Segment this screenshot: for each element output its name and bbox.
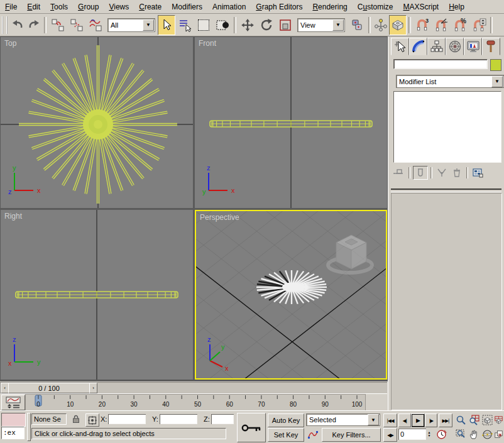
zoom-extents-all-button[interactable] [495, 413, 503, 426]
make-unique-button[interactable] [435, 167, 449, 179]
pan-view-button[interactable] [468, 428, 480, 440]
dropdown-arrow-icon[interactable]: ▼ [491, 76, 503, 87]
select-and-rotate-button[interactable] [257, 16, 276, 35]
zoom-button[interactable] [455, 413, 467, 426]
viewport-label-right[interactable]: Right [4, 212, 22, 221]
menu-item-graph-editors[interactable]: Graph Editors [251, 1, 307, 13]
maxscript-mini-listener-output[interactable]: :ex [1, 427, 25, 439]
select-object-button[interactable] [158, 15, 175, 35]
viewport-label-perspective[interactable]: Perspective [200, 213, 239, 222]
dropdown-arrow-icon[interactable]: ▼ [368, 414, 379, 425]
tab-motion[interactable] [446, 38, 464, 55]
select-by-name-button[interactable] [175, 16, 194, 35]
key-filter-dropdown[interactable]: Selected ▼ [306, 413, 380, 426]
snap-3d-magnet-button[interactable]: 3 [413, 16, 432, 35]
default-in-out-tangents-button[interactable] [306, 428, 320, 440]
viewport-label-top[interactable]: Top [4, 39, 16, 48]
object-name-input[interactable] [393, 59, 488, 69]
viewport-perspective[interactable]: zxy Perspective [195, 210, 387, 380]
viewport-right[interactable]: zyx Right [1, 210, 193, 380]
z-coordinate-input[interactable] [211, 414, 234, 424]
bind-to-space-warp-button[interactable] [86, 16, 105, 35]
menu-item-edit[interactable]: Edit [22, 1, 45, 13]
configure-modifier-sets-button[interactable] [471, 167, 485, 179]
rectangular-selection-region-button[interactable] [194, 16, 213, 35]
time-slider-next-key-button[interactable]: › [89, 383, 97, 393]
menu-item-file[interactable]: File [0, 1, 22, 13]
viewport-top[interactable]: yxz Top [1, 37, 193, 208]
selection-lock-toggle[interactable] [70, 413, 82, 425]
menu-item-maxscript[interactable]: MAXScript [398, 1, 444, 13]
dropdown-arrow-icon[interactable]: ▼ [332, 19, 344, 31]
go-to-end-button[interactable]: ▶▶| [439, 413, 452, 427]
y-coordinate-input[interactable] [160, 414, 197, 424]
menu-item-tools[interactable]: Tools [45, 1, 73, 13]
track-bar-ruler[interactable]: 0102030405060708090100 [25, 394, 366, 412]
redo-button[interactable] [26, 16, 42, 35]
menu-item-views[interactable]: Views [104, 1, 134, 13]
tab-hierarchy[interactable] [427, 38, 446, 55]
percent-snap-toggle-button[interactable]: % [451, 16, 469, 35]
modifier-list-dropdown[interactable]: Modifier List ▼ [396, 75, 504, 88]
angle-snap-toggle-button[interactable] [432, 16, 451, 35]
open-mini-curve-editor-button[interactable] [1, 395, 25, 410]
window-crossing-toggle-button[interactable] [213, 16, 232, 35]
select-and-manipulate-button[interactable] [373, 16, 389, 35]
pin-stack-button[interactable] [392, 167, 406, 179]
modifier-stack-list[interactable] [393, 91, 501, 163]
tab-display[interactable] [464, 38, 482, 55]
snaps-toggle-button[interactable] [389, 15, 407, 35]
zoom-extents-button[interactable] [481, 413, 493, 426]
menu-item-create[interactable]: Create [134, 1, 167, 13]
menu-item-help[interactable]: Help [444, 1, 469, 13]
selection-filter-dropdown[interactable]: All ▼ [107, 18, 155, 32]
listener-splitter[interactable] [27, 413, 31, 441]
key-filters-button[interactable]: Key Filters... [322, 428, 381, 442]
viewport-front[interactable]: zxy Front [195, 37, 387, 208]
absolute-offset-mode-toggle[interactable] [85, 413, 99, 427]
menu-item-rendering[interactable]: Rendering [307, 1, 352, 13]
zoom-region-button[interactable] [455, 428, 467, 440]
time-slider-handle[interactable]: 0 / 100 [8, 383, 90, 393]
select-and-link-button[interactable] [48, 16, 67, 35]
set-key-button[interactable]: Set Key [268, 428, 304, 442]
set-keys-button[interactable] [237, 413, 266, 442]
spinner-snap-toggle-button[interactable] [469, 16, 488, 35]
zoom-all-button[interactable] [468, 413, 480, 426]
spinner-down-icon[interactable]: ▼ [428, 434, 431, 437]
auto-key-button[interactable]: Auto Key [268, 413, 304, 427]
arc-rotate-button[interactable] [481, 428, 493, 440]
menu-item-customize[interactable]: Customize [353, 1, 398, 13]
next-frame-button[interactable]: |▶ [425, 413, 437, 427]
utilities-tab-icon [485, 40, 498, 53]
viewport-label-front[interactable]: Front [199, 39, 216, 48]
reference-coordinate-system-dropdown[interactable]: View ▼ [297, 18, 345, 32]
current-frame-input[interactable] [398, 429, 426, 440]
undo-button[interactable] [9, 16, 26, 35]
menu-item-modifiers[interactable]: Modifiers [167, 1, 207, 13]
time-configuration-button[interactable] [435, 428, 447, 440]
use-pivot-point-center-button[interactable] [348, 16, 366, 35]
key-mode-toggle-button[interactable]: ◀▶ [383, 428, 397, 442]
select-and-scale-button[interactable] [276, 16, 295, 35]
menu-item-group[interactable]: Group [73, 1, 104, 13]
frame-spinner[interactable]: ▲▼ [426, 429, 432, 440]
tab-modify[interactable] [409, 38, 427, 55]
toolbar-grip[interactable] [2, 16, 8, 34]
menu-item-animation[interactable]: Animation [207, 1, 251, 13]
select-and-move-button[interactable] [238, 16, 257, 35]
remove-modifier-button[interactable] [450, 167, 464, 179]
rollout-area[interactable] [391, 193, 502, 410]
min-max-viewport-toggle-button[interactable] [495, 428, 503, 440]
tab-utilities[interactable] [482, 38, 500, 55]
maxscript-mini-listener-macro[interactable] [1, 413, 26, 427]
object-color-swatch[interactable] [490, 59, 501, 71]
dropdown-arrow-icon[interactable]: ▼ [143, 19, 154, 31]
go-to-start-button[interactable]: |◀◀ [383, 413, 397, 427]
play-animation-button[interactable]: ▶ [411, 413, 425, 427]
show-end-result-button[interactable] [413, 166, 428, 180]
unlink-selection-button[interactable] [67, 16, 86, 35]
previous-frame-button[interactable]: ◀| [398, 413, 411, 427]
tab-create[interactable] [391, 38, 409, 55]
x-coordinate-input[interactable] [108, 414, 146, 424]
